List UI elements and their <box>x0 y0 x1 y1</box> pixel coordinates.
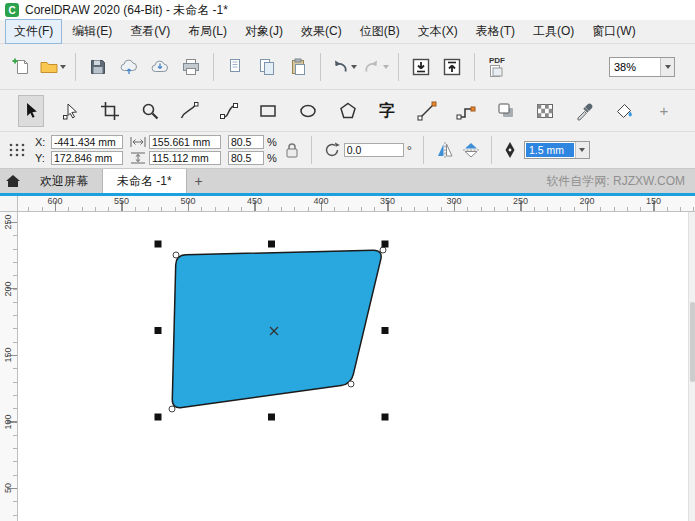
scale-y-field[interactable] <box>228 151 264 165</box>
transparency-tool[interactable] <box>532 95 558 127</box>
cloud-open-button[interactable] <box>147 50 173 84</box>
lock-icon <box>284 140 300 160</box>
menu-layout[interactable]: 布局(L) <box>180 20 235 43</box>
paste-button[interactable] <box>285 50 311 84</box>
object-height-field[interactable] <box>149 151 221 165</box>
chevron-down-icon <box>579 148 585 152</box>
outline-width-select[interactable]: 1.5 mm <box>524 141 590 159</box>
drawing-canvas[interactable] <box>18 212 688 521</box>
import-button[interactable] <box>408 50 434 84</box>
x-position-field[interactable] <box>51 135 123 149</box>
rectangle-tool-icon <box>258 101 278 121</box>
menu-bitmaps[interactable]: 位图(B) <box>352 20 408 43</box>
vertical-ruler[interactable]: 250 200 150 100 50 <box>0 212 18 521</box>
zoom-tool[interactable] <box>137 95 163 127</box>
rotation-angle-field[interactable] <box>344 143 404 157</box>
drop-shadow-icon <box>496 101 516 121</box>
degree-symbol-label: ° <box>407 143 412 158</box>
new-tab-button[interactable]: + <box>187 169 211 193</box>
ruler-label: 550 <box>114 196 129 206</box>
menu-table[interactable]: 表格(T) <box>468 20 523 43</box>
toolbar-separator <box>311 136 312 164</box>
drop-shadow-tool[interactable] <box>493 95 519 127</box>
undo-button[interactable] <box>330 50 357 84</box>
zoom-level-select[interactable]: 38% <box>609 57 675 77</box>
zoom-dropdown-button[interactable] <box>660 58 674 76</box>
horizontal-ruler[interactable]: 600 550 500 450 400 350 300 250 200 150 <box>18 196 695 212</box>
redo-button[interactable] <box>362 50 389 84</box>
scrollbar-thumb[interactable] <box>690 302 695 382</box>
mirror-horizontal-button[interactable] <box>435 141 455 159</box>
open-document-button[interactable] <box>39 50 66 84</box>
tab-untitled-document[interactable]: 未命名 -1* <box>102 169 187 193</box>
menu-edit[interactable]: 编辑(E) <box>64 20 120 43</box>
pdf-label: PDF <box>489 57 505 65</box>
ruler-label: 200 <box>3 281 13 296</box>
scale-x-percent-label: % <box>267 136 277 148</box>
scale-x-field[interactable] <box>228 135 264 149</box>
standard-toolbar: PDF 38% <box>0 44 695 90</box>
ruler-corner-box[interactable] <box>0 196 18 212</box>
object-width-field[interactable] <box>149 135 221 149</box>
print-button[interactable] <box>178 50 204 84</box>
connector-tool[interactable] <box>453 95 479 127</box>
new-document-button[interactable] <box>8 50 34 84</box>
save-icon <box>88 57 108 77</box>
scale-y-percent-label: % <box>267 152 277 164</box>
object-origin-button[interactable] <box>6 139 28 161</box>
mirror-vertical-button[interactable] <box>462 140 480 160</box>
lock-ratio-button[interactable] <box>284 140 300 160</box>
eyedropper-tool[interactable] <box>572 95 598 127</box>
interactive-fill-tool[interactable] <box>611 95 637 127</box>
rotation-icon <box>323 141 341 159</box>
save-button[interactable] <box>85 50 111 84</box>
toolbar-separator <box>491 136 492 164</box>
text-tool[interactable]: 字 <box>374 95 400 127</box>
tab-welcome-label: 欢迎屏幕 <box>40 173 88 190</box>
menu-tools[interactable]: 工具(O) <box>525 20 582 43</box>
ruler-label: 300 <box>446 196 461 206</box>
plus-icon: + <box>660 102 669 119</box>
pdf-page-icon <box>489 65 505 77</box>
ruler-label: 450 <box>247 196 262 206</box>
publish-pdf-button[interactable]: PDF <box>484 50 510 84</box>
polygon-tool[interactable] <box>335 95 361 127</box>
outline-width-dropdown-button[interactable] <box>575 142 589 158</box>
cut-button[interactable] <box>223 50 249 84</box>
canvas-graphics <box>18 212 688 521</box>
menu-view[interactable]: 查看(V) <box>122 20 178 43</box>
connector-tool-icon <box>456 101 476 121</box>
document-tab-bar: 欢迎屏幕 未命名 -1* + 软件自学网: RJZXW.COM <box>0 169 695 193</box>
copy-button[interactable] <box>254 50 280 84</box>
cloud-save-button[interactable] <box>116 50 142 84</box>
menu-file[interactable]: 文件(F) <box>5 19 62 44</box>
vertical-scrollbar[interactable] <box>688 212 695 521</box>
ruler-label: 600 <box>47 196 62 206</box>
tab-welcome-screen[interactable]: 欢迎屏幕 <box>26 169 102 193</box>
pick-tool[interactable] <box>18 95 44 127</box>
mirror-horizontal-icon <box>435 141 455 159</box>
menu-text[interactable]: 文本(X) <box>410 20 466 43</box>
menu-object[interactable]: 对象(J) <box>237 20 291 43</box>
eyedropper-icon <box>575 101 595 121</box>
import-icon <box>411 57 431 77</box>
customize-toolbox-button[interactable]: + <box>651 95 677 127</box>
ruler-label: 500 <box>180 196 195 206</box>
export-button[interactable] <box>439 50 465 84</box>
ellipse-tool[interactable] <box>295 95 321 127</box>
shape-tool[interactable] <box>58 95 84 127</box>
open-flyout-caret-icon[interactable] <box>60 65 66 69</box>
y-position-field[interactable] <box>51 151 123 165</box>
rectangle-tool[interactable] <box>255 95 281 127</box>
menu-window[interactable]: 窗口(W) <box>584 20 643 43</box>
toolbar-separator <box>320 53 321 81</box>
two-point-line-tool[interactable] <box>414 95 440 127</box>
home-tab-button[interactable] <box>0 169 26 193</box>
undo-history-caret-icon[interactable] <box>351 65 357 69</box>
bezier-tool-icon <box>219 101 239 121</box>
zoom-level-value: 38% <box>610 61 660 73</box>
crop-tool[interactable] <box>97 95 123 127</box>
freehand-tool[interactable] <box>176 95 202 127</box>
bezier-tool[interactable] <box>216 95 242 127</box>
menu-effects[interactable]: 效果(C) <box>293 20 350 43</box>
